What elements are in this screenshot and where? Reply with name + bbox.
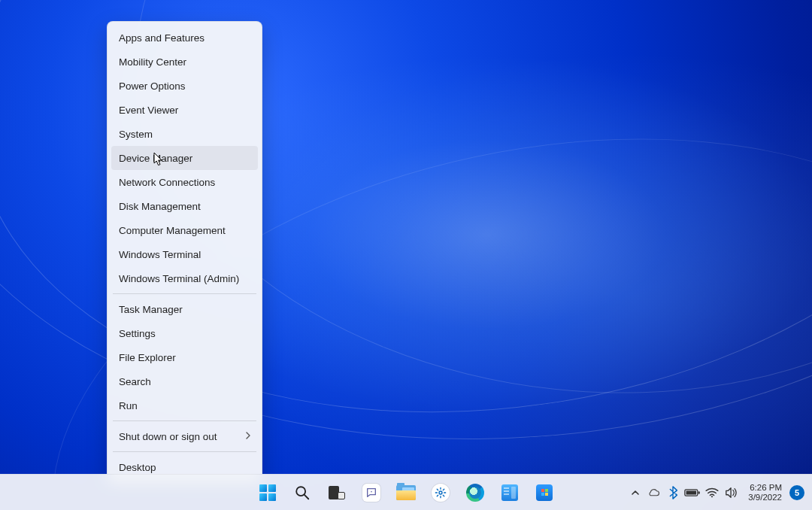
- menu-item-apps-and-features[interactable]: Apps and Features: [111, 26, 258, 50]
- gear-icon: [432, 484, 450, 502]
- volume-tray-button[interactable]: [723, 478, 741, 508]
- menu-item-label: System: [119, 129, 153, 140]
- search-button[interactable]: [287, 478, 317, 508]
- menu-item-label: Disk Management: [119, 201, 201, 212]
- menu-item-label: Computer Management: [119, 225, 226, 236]
- chevron-right-icon: [244, 432, 252, 439]
- menu-item-run[interactable]: Run: [111, 393, 258, 417]
- menu-item-file-explorer[interactable]: File Explorer: [111, 345, 258, 369]
- taskbar-clock[interactable]: 6:26 PM 3/9/2022: [742, 483, 786, 502]
- menu-item-label: Mobility Center: [119, 56, 186, 68]
- menu-separator: [113, 451, 256, 452]
- menu-item-network-connections[interactable]: Network Connections: [111, 170, 258, 194]
- menu-item-label: Shut down or sign out: [119, 431, 217, 442]
- menu-item-power-options[interactable]: Power Options: [111, 74, 258, 98]
- volume-icon: [725, 487, 738, 499]
- edge-icon: [466, 484, 484, 502]
- file-explorer-icon: [396, 485, 416, 500]
- notification-count: 5: [795, 488, 799, 497]
- menu-item-label: Windows Terminal (Admin): [119, 273, 239, 284]
- svg-point-2: [371, 490, 372, 492]
- svg-line-1: [304, 494, 308, 498]
- menu-separator: [113, 293, 256, 294]
- menu-item-label: Windows Terminal: [119, 249, 201, 260]
- clock-time: 6:26 PM: [748, 483, 782, 493]
- task-view-icon: [329, 486, 345, 499]
- tray-overflow-button[interactable]: [628, 478, 643, 508]
- menu-item-label: File Explorer: [119, 352, 176, 363]
- wifi-tray-button[interactable]: [703, 478, 721, 508]
- menu-item-windows-terminal-admin[interactable]: Windows Terminal (Admin): [111, 266, 258, 290]
- winx-context-menu: Apps and Features Mobility Center Power …: [107, 21, 262, 484]
- menu-separator: [113, 420, 256, 421]
- start-button[interactable]: [253, 478, 283, 508]
- onedrive-icon: [647, 487, 660, 498]
- svg-rect-6: [686, 490, 697, 494]
- file-explorer-button[interactable]: [391, 478, 421, 508]
- menu-item-label: Power Options: [119, 80, 186, 92]
- edge-button[interactable]: [460, 478, 490, 508]
- menu-item-device-manager[interactable]: Device Manager: [111, 146, 258, 170]
- server-manager-icon: [501, 484, 518, 501]
- settings-button[interactable]: [426, 478, 456, 508]
- taskbar: 6:26 PM 3/9/2022 5: [0, 474, 812, 510]
- microsoft-store-button[interactable]: [529, 478, 559, 508]
- svg-point-3: [439, 491, 442, 494]
- menu-item-label: Settings: [119, 328, 156, 339]
- onedrive-tray-button[interactable]: [644, 478, 662, 508]
- menu-item-label: Network Connections: [119, 177, 215, 188]
- menu-item-label: Apps and Features: [119, 32, 205, 44]
- menu-item-label: Device Manager: [119, 153, 192, 164]
- menu-item-shut-down-or-sign-out[interactable]: Shut down or sign out: [111, 424, 258, 448]
- menu-item-search[interactable]: Search: [111, 369, 258, 393]
- bluetooth-icon: [668, 486, 678, 499]
- menu-item-event-viewer[interactable]: Event Viewer: [111, 98, 258, 122]
- taskbar-center: [253, 478, 559, 508]
- menu-item-settings[interactable]: Settings: [111, 321, 258, 345]
- clock-date: 3/9/2022: [748, 493, 782, 502]
- chat-button[interactable]: [356, 478, 386, 508]
- menu-item-label: Run: [119, 400, 138, 411]
- menu-item-task-manager[interactable]: Task Manager: [111, 297, 258, 321]
- menu-item-label: Desktop: [119, 462, 156, 473]
- search-icon: [294, 484, 311, 501]
- server-manager-button[interactable]: [495, 478, 525, 508]
- windows-logo-icon: [259, 484, 276, 501]
- task-view-button[interactable]: [322, 478, 352, 508]
- chat-icon: [362, 484, 380, 502]
- menu-item-windows-terminal[interactable]: Windows Terminal: [111, 242, 258, 266]
- menu-item-mobility-center[interactable]: Mobility Center: [111, 50, 258, 74]
- svg-rect-5: [698, 491, 700, 493]
- battery-tray-button[interactable]: [683, 478, 701, 508]
- system-tray: 6:26 PM 3/9/2022 5: [628, 475, 807, 510]
- chevron-up-icon: [631, 488, 640, 497]
- menu-item-system[interactable]: System: [111, 122, 258, 146]
- battery-icon: [684, 487, 701, 498]
- menu-item-disk-management[interactable]: Disk Management: [111, 194, 258, 218]
- notification-center-button[interactable]: 5: [789, 485, 804, 500]
- menu-item-label: Task Manager: [119, 304, 183, 315]
- wifi-icon: [705, 487, 719, 498]
- menu-item-label: Search: [119, 376, 151, 387]
- menu-item-computer-management[interactable]: Computer Management: [111, 218, 258, 242]
- menu-item-label: Event Viewer: [119, 105, 178, 116]
- microsoft-store-icon: [536, 484, 553, 501]
- bluetooth-tray-button[interactable]: [664, 478, 682, 508]
- svg-point-7: [711, 496, 713, 497]
